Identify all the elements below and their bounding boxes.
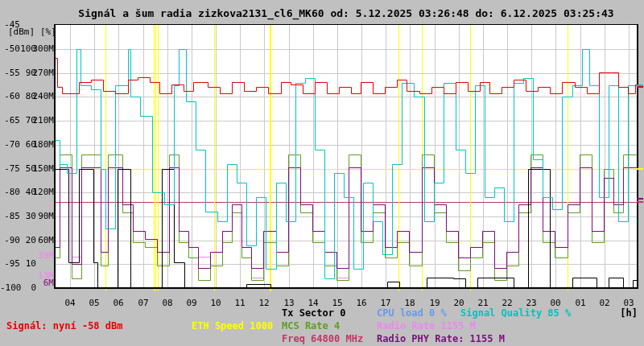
page-title: Signál a šum radia zizkova2131_cl6_MK60 … xyxy=(55,7,638,19)
radio-signal-monitor-window: Signál a šum radia zizkova2131_cl6_MK60 … xyxy=(0,0,644,346)
y-axis-tick-mbps: 60M xyxy=(0,236,54,245)
y-axis-unit-pct: [%] xyxy=(40,27,56,37)
legend-radio-phy-rate: Radio PHY Rate: 1155 M xyxy=(377,333,505,344)
y-axis-tick-rate-min: 39M xyxy=(0,251,54,261)
x-axis-unit: [h] xyxy=(615,307,638,319)
legend-signal-quality: Signal Quality 85 % xyxy=(460,307,571,319)
x-axis-tick-hour: 10 xyxy=(207,299,225,308)
y-axis-tick-mbps: 210M xyxy=(0,116,54,126)
y-axis-tick-mbps: 120M xyxy=(0,187,54,197)
legend-signal: Signál: nyní -58 dBm xyxy=(6,320,123,332)
x-axis-tick-hour: 02 xyxy=(596,299,613,308)
x-axis-tick-hour: 16 xyxy=(353,299,370,308)
y-axis-tick-mbps: 180M xyxy=(0,140,54,150)
y-axis-tick-mbps: 90M xyxy=(0,212,54,221)
x-axis-tick-hour: 08 xyxy=(159,299,176,308)
x-axis-tick-hour: 09 xyxy=(183,299,200,308)
y-axis-tick-rate-min: 6M xyxy=(0,278,54,288)
x-axis-tick-hour: 06 xyxy=(109,299,127,308)
y-axis-tick-mbps: 240M xyxy=(0,92,54,101)
y-axis-unit-dbm: [dBm] xyxy=(8,27,35,37)
y-axis-tick-mbps: 150M xyxy=(0,164,54,174)
legend-radio-rate: Radio Rate 1155 M xyxy=(377,320,476,332)
chart-canvas xyxy=(0,0,644,346)
x-axis-tick-hour: 12 xyxy=(255,299,273,308)
x-axis-tick-hour: 07 xyxy=(134,299,152,308)
x-axis-tick-hour: 11 xyxy=(231,299,249,308)
y-axis-tick-mbps: 270M xyxy=(0,68,54,78)
legend-mcs-rate: MCS Rate 4 xyxy=(282,320,340,332)
legend-freq: Freq 64800 MHz xyxy=(282,333,363,344)
legend-cpu-load: CPU load 0 % xyxy=(377,307,447,319)
x-axis-tick-hour: 05 xyxy=(85,299,103,308)
x-axis-tick-hour: 01 xyxy=(572,299,589,308)
y-axis-tick-mbps: 300M xyxy=(0,44,54,54)
legend-eth-speed: ETH Speed 1000 xyxy=(192,320,273,332)
x-axis-tick-hour: 04 xyxy=(61,299,79,308)
legend-tx-sector: Tx Sector 0 xyxy=(282,307,345,319)
